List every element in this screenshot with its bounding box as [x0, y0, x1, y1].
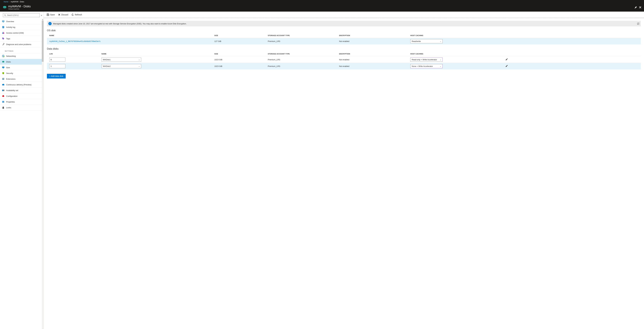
refresh-button[interactable]: Refresh — [72, 14, 82, 16]
chevron-down-icon: ⌄ — [440, 59, 441, 61]
tag-icon — [2, 37, 4, 40]
disk-caching-select-0[interactable]: Read-only + Write Accelerator ⌄ — [410, 58, 442, 62]
close-icon[interactable] — [639, 6, 641, 9]
nav-item-size[interactable]: Size — [0, 65, 44, 70]
toolbar: Save Discard Refresh — [44, 12, 644, 18]
write-accelerator-icon[interactable] — [505, 65, 508, 67]
disk-storage: Premium_LRS — [267, 63, 338, 70]
add-data-disk-button[interactable]: + Add data disk — [47, 74, 66, 79]
nav-label: Overview — [6, 20, 14, 23]
nav-item-access-control[interactable]: Access control (IAM) — [0, 30, 44, 36]
disk-size: 1023 GiB — [213, 63, 267, 70]
lock-icon — [2, 106, 4, 109]
svg-rect-7 — [3, 22, 4, 22]
svg-rect-23 — [3, 68, 4, 68]
disks-nav-icon — [2, 61, 4, 63]
os-disk-caching-select[interactable]: Read/write ⌄ — [410, 39, 442, 43]
os-disk-row[interactable]: myWAVM_OsDisk_1_f8678795084e451c8bfdb837… — [47, 38, 641, 45]
disk-size: 1023 GiB — [213, 56, 267, 63]
scrollbar-thumb[interactable] — [42, 21, 44, 62]
disk-caching-select-1[interactable]: None + Write Accelerator ⌄ — [410, 64, 442, 68]
nav-label: Access control (IAM) — [6, 32, 24, 34]
collapse-sidebar-icon[interactable]: « — [41, 14, 42, 17]
nav-label: Locks — [6, 107, 11, 109]
nav-item-diagnose[interactable]: Diagnose and solve problems — [0, 42, 44, 47]
banner-text: Managed disks created since June 10, 201… — [53, 23, 186, 25]
os-disk-storage: Premium_LRS — [267, 38, 338, 45]
chevron-down-icon: ⌄ — [440, 65, 441, 67]
disk-name-select-1[interactable]: WADisk2 ⌄ — [102, 64, 141, 68]
nav-label: Configuration — [6, 95, 18, 97]
nav-item-extensions[interactable]: Extensions — [0, 76, 44, 82]
nav-item-tags[interactable]: Tags — [0, 36, 44, 42]
nav-item-properties[interactable]: Properties — [0, 99, 44, 105]
pin-icon[interactable] — [634, 6, 637, 9]
breadcrumb-separator: › — [9, 1, 10, 3]
nav-item-availability-set[interactable]: Availability set — [0, 88, 44, 93]
nav-item-security[interactable]: Security — [0, 70, 44, 76]
refresh-icon — [72, 14, 74, 16]
svg-rect-25 — [3, 78, 4, 79]
data-disks-table: LUN NAME SIZE STORAGE ACCOUNT TYPE ENCRY… — [47, 52, 641, 69]
svg-rect-27 — [3, 79, 4, 80]
disk-name-value: WADisk2 — [103, 65, 111, 67]
breadcrumb-home-link[interactable]: Home — [4, 1, 8, 3]
os-disk-size: 127 GiB — [213, 38, 267, 45]
breadcrumb-current: myWAVM - Disks — [11, 1, 24, 3]
svg-rect-26 — [2, 79, 3, 80]
save-label: Save — [50, 14, 55, 16]
dd-th-storage: STORAGE ACCOUNT TYPE — [267, 52, 338, 56]
nav-item-disks[interactable]: Disks — [0, 59, 44, 65]
os-disk-caching-value: Read/write — [412, 40, 421, 42]
nav-item-configuration[interactable]: Configuration — [0, 93, 44, 99]
delivery-icon — [2, 84, 4, 86]
svg-point-13 — [3, 32, 4, 33]
nav-label: Activity log — [6, 26, 15, 28]
svg-rect-36 — [2, 107, 4, 109]
disk-caching-value: None + Write Accelerator — [412, 65, 433, 67]
svg-point-19 — [4, 56, 4, 57]
nav-item-continuous-delivery[interactable]: Continuous delivery (Preview) — [0, 82, 44, 88]
people-icon — [2, 32, 4, 34]
nav-label: Availability set — [6, 89, 18, 92]
write-accelerator-icon[interactable] — [505, 58, 508, 61]
page-subtitle: Virtual machine — [8, 8, 633, 10]
lun-input-0[interactable] — [49, 58, 66, 62]
os-th-caching: HOST CACHING — [409, 33, 516, 38]
discard-button[interactable]: Discard — [58, 14, 68, 16]
data-disk-row: WADisk2 ⌄ 1023 GiB Premium_LRS Not enabl… — [47, 63, 641, 70]
info-banner: i Managed disks created since June 10, 2… — [47, 21, 641, 27]
sidebar-scrollbar[interactable]: ▲ ▼ — [42, 19, 44, 329]
nav-label: Properties — [6, 101, 15, 103]
lun-input-1[interactable] — [49, 64, 66, 68]
svg-point-2 — [4, 7, 5, 7]
nav-item-networking[interactable]: Networking — [0, 53, 44, 59]
nav-item-activity-log[interactable]: Activity log — [0, 24, 44, 30]
search-input[interactable]: Search (Ctrl+/) — [3, 13, 40, 17]
log-icon — [2, 26, 4, 28]
disk-name-select-0[interactable]: WADisk1 ⌄ — [102, 58, 141, 62]
extensions-icon — [2, 78, 4, 80]
os-disk-name-link[interactable]: myWAVM_OsDisk_1_f8678795084e451c8bfdb837… — [49, 40, 100, 42]
nav-label: Size — [6, 67, 10, 69]
svg-rect-10 — [3, 27, 4, 27]
chevron-down-icon: ⌄ — [440, 40, 441, 42]
svg-point-21 — [3, 61, 4, 62]
dd-th-name: NAME — [100, 52, 213, 56]
nav-item-overview[interactable]: Overview — [0, 19, 44, 24]
shield-icon — [2, 72, 4, 74]
save-button[interactable]: Save — [46, 13, 55, 16]
external-link-icon[interactable] — [637, 23, 639, 25]
svg-rect-24 — [2, 78, 3, 79]
nav-section-settings: SETTINGS — [0, 47, 44, 53]
search-icon — [4, 14, 6, 16]
nav-label: Networking — [6, 55, 16, 57]
svg-rect-33 — [2, 101, 3, 103]
nav-label: Extensions — [6, 78, 16, 80]
nav-item-locks[interactable]: Locks — [0, 105, 44, 110]
scroll-up-arrow-icon[interactable]: ▲ — [42, 19, 44, 21]
nav-label: Disks — [6, 61, 11, 63]
dd-th-encryption: ENCRYPTION — [338, 52, 409, 56]
disk-caching-value: Read-only + Write Accelerator — [412, 59, 437, 61]
scroll-down-arrow-icon[interactable]: ▼ — [42, 328, 44, 329]
